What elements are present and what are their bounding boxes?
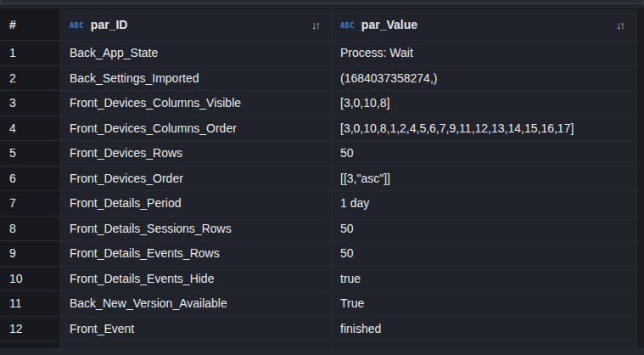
- index-cell: 1: [0, 41, 61, 66]
- par-value-cell: True: [332, 291, 636, 317]
- par-id-cell: Front_Devices_Columns_Order: [61, 116, 332, 142]
- row-index: 3: [9, 96, 16, 110]
- scrollbar-gutter: [636, 166, 644, 192]
- par-id-cell: Front_Details_Period: [61, 191, 332, 217]
- table-row: 5 Front_Devices_Rows 50: [0, 141, 644, 166]
- column-header-par-id[interactable]: ABC par_ID ↓↑: [61, 9, 332, 41]
- index-cell: 5: [0, 141, 61, 166]
- table-row: 11 Back_New_Version_Available True: [0, 291, 644, 317]
- index-cell: 4: [0, 116, 61, 142]
- string-type-icon: ABC: [70, 21, 84, 30]
- par-value-cell: true: [332, 267, 636, 292]
- par-id-cell: Back_Settings_Imported: [61, 66, 332, 92]
- table-row: 8 Front_Details_Sessions_Rows 50: [0, 217, 644, 242]
- scrollbar-gutter: [636, 341, 644, 348]
- row-index: 11: [9, 296, 22, 310]
- par-id-value: Front_Details_Events_Rows: [70, 246, 220, 260]
- par-id-cell: Front_Details_Sessions_Rows: [61, 217, 332, 242]
- row-index: 6: [9, 172, 16, 185]
- par-value-header-label: par_Value: [361, 18, 417, 31]
- table-row: 6 Front_Devices_Order [[3,"asc"]]: [0, 166, 644, 192]
- data-table: # ABC par_ID ↓↑ ABC par_Value ↓↑ 1 Back_…: [0, 9, 644, 348]
- scrollbar-gutter: [636, 116, 644, 142]
- row-index: 8: [9, 222, 16, 235]
- par-id-value: Front_Event: [70, 322, 134, 335]
- par-id-cell: Front_Devices_Columns_Visible: [61, 91, 332, 116]
- table-row: 7 Front_Details_Period 1 day: [0, 191, 644, 217]
- row-index: 2: [9, 71, 16, 85]
- table-row: 12 Front_Event finished: [0, 317, 644, 342]
- sort-arrow-up: ↑: [620, 20, 624, 31]
- par-id-cell: Back_New_Version_Available: [61, 291, 332, 317]
- par-id-value: Back_App_State: [70, 46, 158, 59]
- par-value-value: (1684037358274,): [340, 71, 437, 85]
- index-cell: 2: [0, 66, 61, 92]
- row-index: 10: [9, 272, 23, 285]
- index-cell: 8: [0, 217, 61, 242]
- scrollbar-gutter: [636, 191, 644, 217]
- par-value-cell: 50: [332, 141, 636, 166]
- index-cell: 10: [0, 267, 61, 292]
- index-cell: [0, 341, 61, 348]
- par-id-value: Front_Details_Period: [70, 196, 182, 210]
- par-value-cell: [332, 341, 636, 348]
- scrollbar-gutter: [636, 9, 644, 41]
- table-panel: # ABC par_ID ↓↑ ABC par_Value ↓↑ 1 Back_…: [0, 0, 644, 355]
- index-cell: 11: [0, 291, 61, 317]
- par-value-value: 50: [340, 222, 354, 235]
- par-id-cell: Front_Details_Events_Rows: [61, 241, 332, 267]
- scrollbar-gutter: [636, 241, 644, 267]
- row-index: 5: [9, 146, 16, 160]
- sort-icon[interactable]: ↓↑: [614, 20, 624, 31]
- par-value-value: True: [340, 296, 364, 310]
- sort-icon[interactable]: ↓↑: [310, 20, 319, 31]
- scrollbar-gutter: [636, 317, 644, 342]
- par-value-value: 50: [340, 146, 354, 160]
- par-value-cell: (1684037358274,): [332, 66, 636, 92]
- par-id-cell: Front_Details_Events_Hide: [61, 267, 332, 292]
- par-id-cell: Front_Event: [61, 317, 332, 342]
- scrollbar-gutter: [636, 41, 644, 66]
- table-row: 1 Back_App_State Process: Wait: [0, 41, 644, 66]
- par-value-cell: Process: Wait: [332, 41, 636, 66]
- par-id-value: Front_Devices_Rows: [70, 146, 182, 160]
- table-row: 2 Back_Settings_Imported (1684037358274,…: [0, 66, 644, 92]
- sort-arrow-up: ↑: [316, 20, 320, 31]
- par-id-value: Back_New_Version_Available: [70, 296, 227, 310]
- par-id-cell: Back_App_State: [61, 41, 332, 66]
- row-index: 9: [9, 246, 16, 260]
- par-value-cell: [3,0,10,8]: [332, 91, 636, 116]
- par-value-value: [3,0,10,8]: [340, 96, 389, 110]
- scrollbar-gutter: [636, 217, 644, 242]
- row-index: 4: [9, 121, 16, 135]
- row-index: 12: [9, 322, 23, 335]
- table-header-row: # ABC par_ID ↓↑ ABC par_Value ↓↑: [0, 9, 644, 41]
- par-id-value: Front_Devices_Columns_Order: [70, 121, 237, 135]
- table-body: 1 Back_App_State Process: Wait 2 Back_Se…: [0, 41, 644, 341]
- scrollbar-gutter: [636, 267, 644, 292]
- column-header-par-value[interactable]: ABC par_Value ↓↑: [332, 9, 636, 41]
- par-id-cell: Front_Devices_Rows: [61, 141, 332, 166]
- par-value-cell: 50: [332, 241, 636, 267]
- scrollbar-gutter: [636, 291, 644, 317]
- string-type-icon: ABC: [340, 21, 355, 30]
- scrollbar-gutter: [636, 141, 644, 166]
- par-id-value: Front_Devices_Order: [70, 172, 183, 185]
- par-value-value: true: [340, 272, 361, 285]
- par-value-value: [[3,"asc"]]: [340, 172, 390, 185]
- table-row: 4 Front_Devices_Columns_Order [3,0,10,8,…: [0, 116, 644, 142]
- par-id-header-label: par_ID: [91, 18, 128, 31]
- index-cell: 12: [0, 317, 61, 342]
- par-value-cell: finished: [332, 317, 636, 342]
- column-header-index: #: [0, 9, 61, 41]
- par-id-value: Front_Details_Events_Hide: [70, 272, 214, 285]
- par-value-value: 50: [340, 246, 354, 260]
- par-value-cell: [[3,"asc"]]: [332, 166, 636, 192]
- par-value-cell: [3,0,10,8,1,2,4,5,6,7,9,11,12,13,14,15,1…: [332, 116, 636, 142]
- par-id-value: Front_Devices_Columns_Visible: [70, 96, 241, 110]
- par-value-value: [3,0,10,8,1,2,4,5,6,7,9,11,12,13,14,15,1…: [340, 121, 574, 135]
- index-cell: 6: [0, 166, 61, 192]
- par-id-value: Front_Details_Sessions_Rows: [70, 222, 232, 235]
- par-value-cell: 50: [332, 217, 636, 242]
- par-value-value: 1 day: [340, 196, 369, 210]
